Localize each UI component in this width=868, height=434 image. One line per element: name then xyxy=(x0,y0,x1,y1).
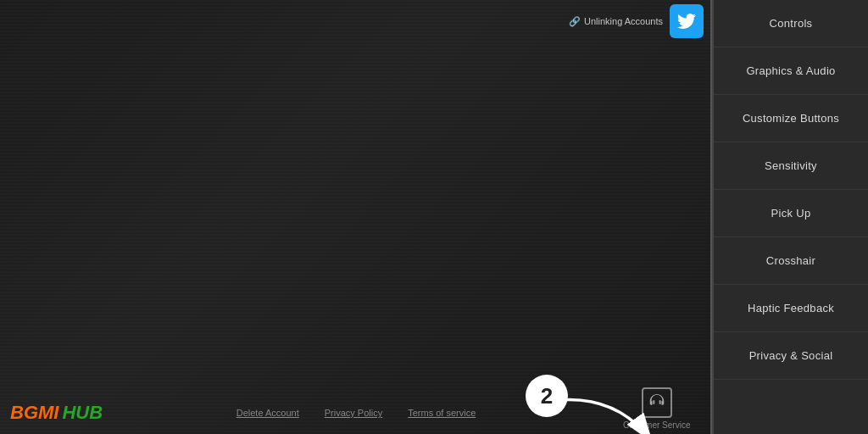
sidebar-item-haptic-feedback[interactable]: Haptic Feedback xyxy=(714,285,868,332)
privacy-policy-link[interactable]: Privacy Policy xyxy=(325,408,382,418)
twitter-icon xyxy=(677,12,696,31)
main-content: 🔗 Unlinking Accounts Delete Account Priv… xyxy=(0,0,712,434)
unlinking-label: Unlinking Accounts xyxy=(584,16,663,26)
arrow-icon xyxy=(551,392,670,434)
sidebar-item-sensitivity[interactable]: Sensitivity xyxy=(714,142,868,190)
delete-account-link[interactable]: Delete Account xyxy=(236,408,299,418)
sidebar-item-graphics-audio[interactable]: Graphics & Audio xyxy=(714,47,868,95)
sidebar-label-privacy-social: Privacy & Social xyxy=(749,349,833,362)
sidebar-item-privacy-social[interactable]: Privacy & Social xyxy=(714,332,868,380)
sidebar-label-graphics-audio: Graphics & Audio xyxy=(746,64,835,77)
sidebar-item-customize-buttons[interactable]: Customize Buttons xyxy=(714,95,868,142)
sidebar-label-crosshair: Crosshair xyxy=(766,254,815,267)
sidebar-label-controls: Controls xyxy=(770,17,813,30)
bgmi-text: BGMI xyxy=(10,402,58,424)
sidebar-label-pick-up: Pick Up xyxy=(771,207,811,220)
unlinking-accounts-button[interactable]: 🔗 Unlinking Accounts xyxy=(569,16,663,27)
hub-text: HUB xyxy=(62,402,103,424)
sidebar-item-pick-up[interactable]: Pick Up xyxy=(714,190,868,237)
sidebar-label-customize-buttons: Customize Buttons xyxy=(743,112,839,125)
twitter-button[interactable] xyxy=(670,4,704,38)
sidebar-item-controls[interactable]: Controls xyxy=(714,0,868,47)
bgmi-logo: BGMI HUB xyxy=(10,402,103,424)
sidebar-item-crosshair[interactable]: Crosshair xyxy=(714,237,868,285)
settings-sidebar: Controls Graphics & Audio Customize Butt… xyxy=(712,0,868,434)
sidebar-label-haptic-feedback: Haptic Feedback xyxy=(748,302,834,314)
link-icon: 🔗 xyxy=(569,16,581,27)
top-bar: 🔗 Unlinking Accounts xyxy=(0,0,712,42)
terms-of-service-link[interactable]: Terms of service xyxy=(408,408,476,418)
sidebar-label-sensitivity: Sensitivity xyxy=(765,159,817,172)
